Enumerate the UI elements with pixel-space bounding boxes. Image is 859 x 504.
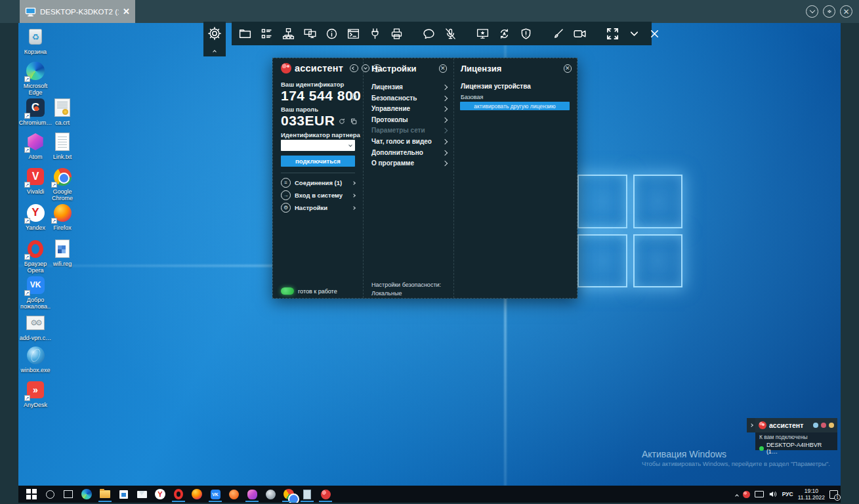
refresh-password-icon[interactable] [338, 116, 346, 128]
settings-item-security[interactable]: Безопасность [371, 93, 447, 103]
printer-icon [390, 27, 404, 41]
file-manager-button[interactable] [238, 24, 252, 43]
opera-icon [174, 489, 183, 499]
chat-button[interactable] [422, 24, 436, 43]
tab-close-icon[interactable]: ✕ [123, 7, 130, 16]
back-circle-button[interactable] [350, 64, 358, 73]
shortcut-arrow-icon: ↗ [24, 182, 30, 188]
taskbar-chrome[interactable] [281, 487, 297, 501]
taskbar-gray-app[interactable] [262, 487, 278, 501]
chat-icon [422, 27, 436, 41]
desktop-icon-recycle-bin[interactable]: ♻ Корзина [18, 26, 52, 55]
desktop-icon-add-vpn[interactable]: ⚙⚙ add-vpn.c… [18, 312, 52, 341]
desktop-icon-anydesk[interactable]: »↗ AnyDesk [18, 379, 52, 408]
taskbar-explorer[interactable] [97, 487, 113, 501]
microphone-icon[interactable] [821, 423, 826, 428]
close-button[interactable]: ✕ [840, 5, 852, 18]
tray-expand-icon[interactable] [735, 494, 739, 498]
toolbar-close-button[interactable] [648, 24, 661, 43]
desktop-icon-microsoft-edge[interactable]: ↗ Microsoft Edge [18, 60, 52, 96]
brush-icon[interactable] [829, 423, 834, 428]
info-button[interactable] [325, 24, 339, 43]
desktop-icon-vk[interactable]: VK↗ Добро пожалова.. [18, 274, 52, 310]
switch-sides-button[interactable] [497, 24, 511, 43]
orange-app-icon [229, 490, 239, 499]
toolbar-more-button[interactable] [628, 24, 640, 43]
assistant-notification-panel: ассистент К вам подключены DESKTOP-A4IHB… [747, 418, 837, 450]
language-indicator[interactable]: РУС [782, 491, 793, 497]
start-button[interactable] [24, 487, 39, 501]
assistant-icon [321, 490, 331, 499]
taskbar-assistant[interactable] [318, 487, 333, 501]
taskbar-atom[interactable] [244, 487, 260, 501]
settings-item-license[interactable]: Лицензия [371, 82, 447, 92]
remote-screen-button[interactable] [476, 24, 490, 43]
device-license-label: Лицензия устройства [461, 83, 531, 90]
print-button[interactable] [390, 24, 404, 43]
settings-item-management[interactable]: Управление [371, 104, 447, 114]
notification-expand-button[interactable] [747, 418, 755, 432]
menu-login[interactable]: → Вход в систему [281, 190, 355, 201]
assistant-title: ассистент [295, 63, 343, 74]
monitors-button[interactable] [303, 24, 317, 43]
desktop-icon-wifi-reg[interactable]: wifi.reg [45, 238, 79, 267]
search-button[interactable] [42, 487, 58, 501]
settings-item-chat-voice-video[interactable]: Чат, голос и видео [371, 136, 447, 146]
desktop-icon-firefox[interactable]: ↗ Firefox [45, 202, 79, 231]
security-alert-button[interactable] [519, 24, 533, 43]
partner-id-input[interactable] [281, 140, 355, 151]
taskbar-notepad[interactable] [299, 487, 315, 501]
copy-password-icon[interactable] [350, 116, 358, 128]
task-view-button[interactable] [60, 487, 76, 501]
terminal-button[interactable] [346, 24, 360, 43]
connected-device-row[interactable]: DESKTOP-A4IHBVR (1… [759, 442, 833, 455]
settings-item-about[interactable]: О программе [371, 158, 447, 168]
desktop-icon-winbox[interactable]: winbox.exe [18, 345, 52, 373]
taskbar-orange-app[interactable] [226, 487, 241, 501]
desktop-icon-ca-crt[interactable]: ca.crt [45, 97, 79, 126]
taskbar-firefox[interactable] [189, 487, 205, 501]
settings-close-button[interactable]: ✕ [439, 64, 448, 73]
copy-id-icon[interactable] [350, 91, 358, 103]
power-button[interactable] [368, 24, 382, 43]
windows-activation-watermark: Активация Windows [642, 449, 726, 459]
taskbar-store[interactable] [115, 487, 131, 501]
toolbar-collapse-button[interactable] [203, 45, 226, 56]
taskbar-yandex[interactable]: Y [152, 487, 168, 501]
connect-button[interactable]: подключиться [281, 156, 355, 167]
desktop-icon-link-txt[interactable]: Link.txt [45, 131, 79, 160]
menu-connections[interactable]: ≡ Соединения (1) [281, 177, 355, 188]
brush-icon [551, 27, 565, 41]
taskbar-clock[interactable]: 19:10 11.11.2022 [798, 488, 825, 501]
minimize-button[interactable] [806, 5, 818, 18]
toolbar-settings-button[interactable] [203, 22, 226, 45]
task-view-icon [64, 490, 73, 498]
activate-license-button[interactable]: активировать другую лицензию [460, 102, 570, 110]
network-devices-button[interactable] [282, 24, 295, 43]
video-button[interactable] [573, 24, 587, 43]
network-display-icon[interactable] [755, 491, 764, 497]
volume-icon[interactable] [768, 490, 778, 498]
taskbar-opera[interactable] [171, 487, 186, 501]
session-tab-title: DESKTOP-K3DKOT2 (174 5… [40, 8, 119, 16]
microphone-off-button[interactable] [444, 24, 457, 43]
license-close-button[interactable]: ✕ [564, 64, 572, 73]
chat-icon[interactable] [813, 423, 818, 428]
resize-button[interactable] [823, 5, 835, 18]
taskbar-edge[interactable] [79, 487, 94, 501]
notepad-icon [303, 490, 311, 499]
desktop-icon-google-chrome[interactable]: ↗ Google Chrome [45, 166, 79, 201]
task-list-button[interactable] [260, 24, 274, 43]
license-type-value: Базовая [461, 94, 483, 100]
session-tab[interactable]: DESKTOP-K3DKOT2 (174 5… ✕ [20, 0, 135, 23]
taskbar-mail[interactable] [134, 487, 150, 501]
settings-item-protocols[interactable]: Протоколы [371, 115, 447, 125]
assistant-tray-icon[interactable] [743, 491, 750, 498]
menu-settings[interactable]: ⚙ Настройки [281, 202, 355, 213]
fullscreen-button[interactable] [605, 24, 620, 43]
settings-item-advanced[interactable]: Дополнительно [371, 148, 447, 158]
action-center-icon[interactable]: 1 [829, 490, 838, 499]
taskbar-vk[interactable]: VK [207, 487, 223, 501]
draw-button[interactable] [551, 24, 565, 43]
folder-icon [238, 27, 252, 41]
